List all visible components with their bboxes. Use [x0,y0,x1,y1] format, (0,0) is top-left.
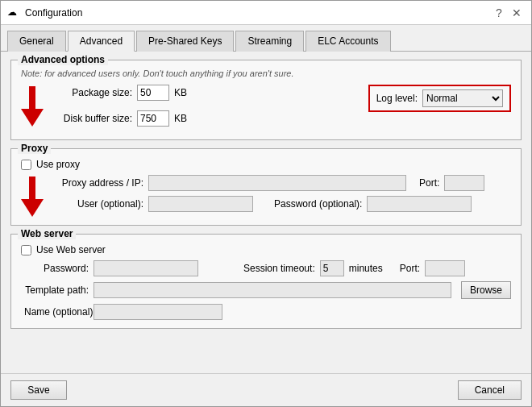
close-button[interactable]: ✕ [509,5,525,21]
ws-session-timeout-label: Session timeout: [243,263,315,274]
red-arrow-2 [21,177,44,217]
package-size-label: Package size: [52,87,132,98]
title-bar-left: ☁ Configuration [7,6,82,19]
disk-buffer-input[interactable] [137,110,169,127]
tab-streaming[interactable]: Streaming [235,31,304,52]
package-size-input[interactable] [137,85,169,101]
ws-session-timeout-unit: minutes [349,263,383,274]
web-server-title: Web server [18,228,76,239]
title-bar-buttons: ? ✕ [491,5,525,21]
tab-bar: General Advanced Pre-Shared Keys Streami… [1,25,531,52]
svg-marker-3 [21,199,44,217]
ws-password-input[interactable] [94,260,198,276]
proxy-section: Proxy Use proxy Proxy address / IP: [10,148,522,226]
proxy-address-row: Proxy address / IP: Port: [55,175,511,191]
ws-port-label: Port: [400,263,420,274]
tab-elc-accounts[interactable]: ELC Accounts [305,31,390,52]
tab-advanced[interactable]: Advanced [68,31,135,52]
cancel-button[interactable]: Cancel [458,380,522,400]
advanced-options-title: Advanced options [18,54,108,65]
log-level-label: Log level: [376,93,418,104]
app-icon: ☁ [7,6,20,19]
advanced-note: Note: for advanced users only. Don't tou… [21,69,511,78]
proxy-port-label: Port: [419,177,439,189]
web-server-section: Web server Use Web server Password: Sess… [10,234,522,329]
svg-rect-2 [29,177,35,201]
log-level-group: Log level: Normal Debug Verbose [368,85,511,112]
use-proxy-label: Use proxy [36,159,80,170]
red-arrow-1 [21,86,44,127]
svg-marker-1 [21,109,44,127]
ws-port-input[interactable] [425,260,465,276]
ws-name-input[interactable] [94,304,222,320]
proxy-password-input[interactable] [367,196,472,212]
content-area: Advanced options Note: for advanced user… [1,52,531,373]
proxy-address-input[interactable] [148,175,406,191]
ws-session-timeout-input[interactable] [320,260,344,276]
disk-buffer-row: Disk buffer size: KB [52,110,187,127]
proxy-port-input[interactable] [444,175,484,191]
proxy-password-label: Password (optional): [274,198,362,210]
footer: Save Cancel [1,373,531,406]
disk-buffer-label: Disk buffer size: [52,113,132,124]
use-web-server-row: Use Web server [21,244,511,255]
web-server-fields: Password: Session timeout: minutes Port:… [21,260,511,320]
ws-template-input[interactable] [94,282,451,298]
use-web-server-label: Use Web server [36,244,106,255]
title-bar: ☁ Configuration ? ✕ [1,1,531,25]
disk-buffer-unit: KB [174,113,187,124]
browse-button[interactable]: Browse [461,281,511,299]
tab-general[interactable]: General [7,31,66,52]
advanced-options-section: Advanced options Note: for advanced user… [10,60,522,140]
help-button[interactable]: ? [491,5,507,21]
svg-rect-0 [29,86,35,110]
ws-password-label: Password: [24,263,89,274]
ws-template-row: Template path: Browse [24,281,511,299]
log-level-select[interactable]: Normal Debug Verbose [422,89,503,107]
ws-template-label: Template path: [24,284,89,296]
ws-name-label: Name (optional): [24,306,89,318]
save-button[interactable]: Save [10,380,67,400]
proxy-user-row: User (optional): Password (optional): [55,196,511,212]
package-size-row: Package size: KB [52,85,187,101]
proxy-user-input[interactable] [148,196,253,212]
ws-password-row: Password: Session timeout: minutes Port: [24,260,511,276]
ws-name-row: Name (optional): [24,304,511,320]
tab-pre-shared-keys[interactable]: Pre-Shared Keys [136,31,234,52]
proxy-title: Proxy [18,143,51,154]
use-proxy-checkbox[interactable] [21,160,31,170]
use-web-server-checkbox[interactable] [21,245,31,255]
proxy-address-label: Proxy address / IP: [55,177,143,189]
window-title: Configuration [25,7,82,19]
package-size-unit: KB [174,87,187,98]
main-window: ☁ Configuration ? ✕ General Advanced Pre… [0,0,532,407]
use-proxy-row: Use proxy [21,159,511,170]
proxy-user-label: User (optional): [55,198,143,210]
